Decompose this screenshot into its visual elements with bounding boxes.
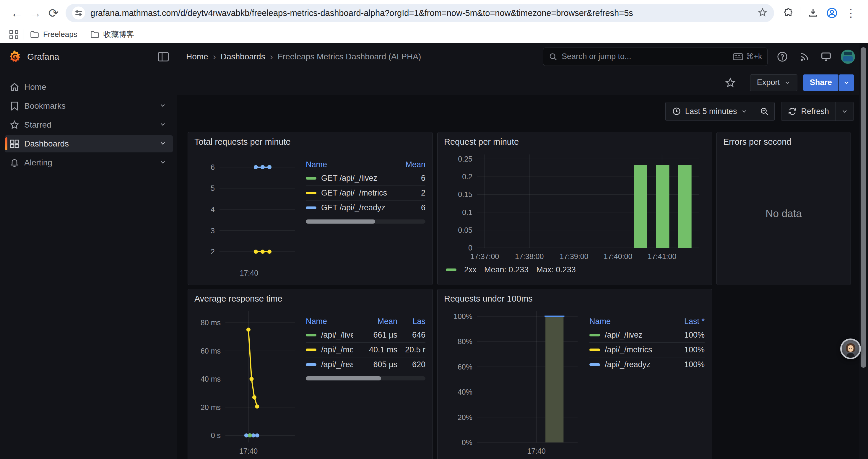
profile-icon[interactable] [823,7,841,19]
apps-grid-icon[interactable] [9,30,18,39]
legend-scrollbar-thumb[interactable] [306,220,375,224]
series-name: 2xx [464,265,476,274]
legend-column-las[interactable]: Las [397,317,426,326]
breadcrumb-home[interactable]: Home [186,52,208,61]
news-rss-icon[interactable] [797,50,811,64]
user-avatar[interactable] [841,50,855,64]
legend-row[interactable]: GET /api/_/livez6 [306,171,426,186]
sidebar-item-dashboards[interactable]: Dashboards [5,135,173,153]
legend-column-name[interactable]: Name [306,160,390,169]
legend-row[interactable]: GET /api/_/readyz6 [306,201,426,215]
legend-row[interactable]: /api/_/readyz605 µs620 [306,357,426,372]
chevron-down-icon[interactable] [159,121,166,129]
refresh-group: Refresh [781,102,854,121]
refresh-button[interactable]: Refresh [781,102,836,121]
forward-icon[interactable]: → [26,6,44,20]
floating-assistant-avatar[interactable] [840,338,861,359]
chart-plot[interactable]: 6543217:40 [194,149,298,278]
monitor-icon[interactable] [819,50,833,64]
chevron-down-icon[interactable] [159,140,166,148]
help-icon[interactable] [775,50,789,64]
svg-text:17:40: 17:40 [239,447,258,455]
legend-row[interactable]: /api/_/metrics100% [589,342,705,357]
grafana-logo-icon[interactable] [8,50,21,64]
export-button[interactable]: Export [750,74,797,91]
share-dropdown-button[interactable] [839,74,854,91]
legend-row[interactable]: GET /api/_/metrics2 [306,186,426,201]
share-split-button: Share [803,74,854,91]
chevron-down-icon[interactable] [159,102,166,110]
time-picker-group: Last 5 minutes [665,102,775,121]
legend-column-mean[interactable]: Mean [390,160,426,169]
chart-plot[interactable]: 80 ms60 ms40 ms20 ms0 s17:40 [194,306,298,456]
url-text[interactable]: grafana.mathmast.com/d/deytv4rwavabkb/fr… [90,8,753,18]
series-stat-mean: Mean: 0.233 [484,265,529,274]
bookmark-folder-freeleaps[interactable]: Freeleaps [30,30,78,39]
grafana-brand-name[interactable]: Grafana [27,52,59,62]
svg-text:80%: 80% [458,337,472,346]
downloads-icon[interactable] [804,8,823,18]
chevron-right-icon: › [213,52,216,62]
panel-title[interactable]: Total requests per minute [194,137,426,147]
search-input[interactable]: Search or jump to... ⌘+k [543,47,768,66]
sidebar-item-starred[interactable]: Starred [5,117,173,133]
chevron-down-icon [843,79,850,86]
chart-plot[interactable]: 100%80%60%40%20%0%17:40 [444,306,581,456]
reload-icon[interactable]: ⟳ [44,6,63,21]
clock-icon [672,107,681,116]
series-name: GET /api/_/livez [321,174,377,183]
time-range-picker[interactable]: Last 5 minutes [665,102,754,121]
bookmark-folder-blogs[interactable]: 收藏博客 [90,29,134,40]
legend-column-name[interactable]: Name [589,317,666,326]
favorite-star-icon[interactable] [723,75,738,90]
svg-text:17:39:00: 17:39:00 [560,252,588,261]
chart-plot[interactable]: 0.250.20.150.10.05017:37:0017:38:0017:39… [444,149,705,261]
breadcrumb: Home › Dashboards › Freeleaps Metrics Da… [186,52,421,62]
chevron-down-icon[interactable] [159,159,166,167]
legend-header[interactable]: NameMean [306,158,426,171]
series-value: 2 [390,189,426,198]
legend-column-name[interactable]: Name [306,317,353,326]
address-bar[interactable]: grafana.mathmast.com/d/deytv4rwavabkb/fr… [66,4,774,22]
panel-title[interactable]: Request per minute [444,137,705,147]
series-color-dash [306,192,316,194]
dock-menu-icon[interactable] [158,52,169,61]
panel-title[interactable]: Average response time [194,294,426,304]
refresh-interval-dropdown[interactable] [836,102,854,121]
sidebar-item-home[interactable]: Home [5,78,173,96]
legend-table: NameLast */api/_/livez100%/api/_/metrics… [581,306,705,456]
search-shortcut: ⌘+k [733,52,762,61]
svg-text:100%: 100% [454,312,472,321]
legend-column-last-[interactable]: Last * [666,317,705,326]
panel-title[interactable]: Errors per second [723,137,844,147]
extensions-icon[interactable] [779,8,798,18]
svg-text:0.2: 0.2 [462,172,472,181]
series-color-dash [306,334,316,336]
share-button[interactable]: Share [803,74,838,91]
legend-header[interactable]: NameLast * [589,315,705,328]
legend-scrollbar[interactable] [306,220,426,224]
legend-header[interactable]: NameMeanLas [306,315,426,328]
zoom-out-button[interactable] [754,102,774,121]
legend-row[interactable]: /api/_/metrics40.1 ms20.5 r [306,342,426,357]
site-settings-icon[interactable] [72,6,85,20]
legend-column-mean[interactable]: Mean [353,317,397,326]
browser-menu-icon[interactable]: ⋮ [841,7,860,19]
breadcrumb-dashboards[interactable]: Dashboards [221,52,265,61]
bookmark-star-icon[interactable] [757,7,768,19]
panel-title[interactable]: Requests under 100ms [444,294,705,304]
legend-scrollbar[interactable] [306,376,426,381]
back-icon[interactable]: ← [8,6,26,20]
sidebar: Home Bookmarks Starred Dashboards [0,70,177,459]
legend-row[interactable]: /api/_/livez100% [589,328,705,342]
scrollbar-thumb[interactable] [861,47,866,368]
legend-row[interactable]: /api/_/readyz100% [589,357,705,372]
series-name: /api/_/readyz [321,360,353,369]
legend-row[interactable]: /api/_/livez661 µs646 [306,328,426,342]
svg-text:3: 3 [211,227,215,235]
sidebar-item-bookmarks[interactable]: Bookmarks [5,97,173,114]
sidebar-item-alerting[interactable]: Alerting [5,154,173,171]
legend-scrollbar-thumb[interactable] [306,376,381,381]
legend-inline[interactable]: 2xx Mean: 0.233 Max: 0.233 [444,261,705,278]
page-scrollbar[interactable] [859,43,868,459]
